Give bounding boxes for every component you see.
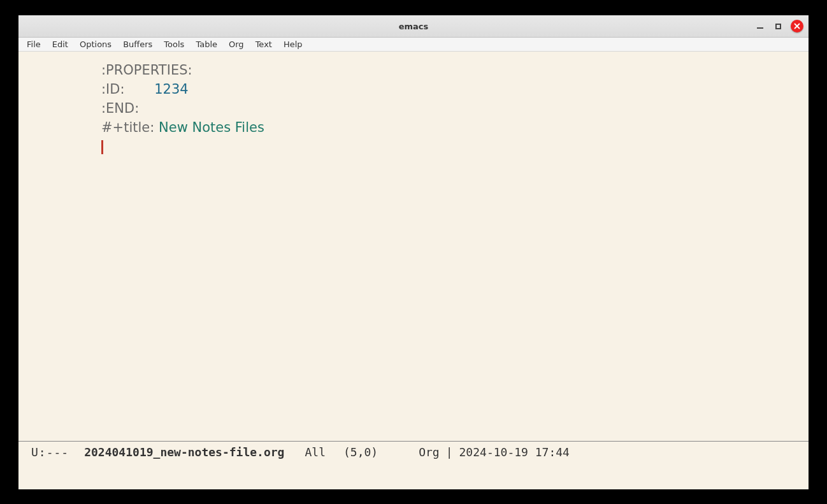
modeline-buffer: 2024041019_new-notes-file.org	[84, 445, 284, 459]
modeline-wrap: U:--- 2024041019_new-notes-file.org All …	[18, 441, 809, 489]
close-button[interactable]	[791, 20, 803, 32]
line-properties-close: :END:	[101, 99, 809, 118]
line-id: :ID: 1234	[101, 80, 809, 99]
maximize-button[interactable]	[773, 21, 783, 31]
property-id-value: 1234	[154, 82, 188, 97]
menu-table[interactable]: Table	[190, 38, 223, 50]
title-value: New Notes Files	[159, 120, 264, 135]
line-cursor	[101, 137, 809, 156]
modeline-separator: |	[446, 445, 453, 459]
menubar: File Edit Options Buffers Tools Table Or…	[18, 38, 809, 52]
modeline-modified: U:---	[31, 445, 69, 459]
drawer-open: :PROPERTIES:	[101, 62, 192, 78]
menu-help[interactable]: Help	[278, 38, 308, 50]
property-id-key: :ID:	[101, 82, 125, 97]
line-properties-open: :PROPERTIES:	[101, 61, 809, 80]
modeline-datetime: 2024-10-19 17:44	[459, 445, 570, 459]
menu-file[interactable]: File	[21, 38, 47, 50]
modeline[interactable]: U:--- 2024041019_new-notes-file.org All …	[18, 441, 809, 459]
drawer-close: :END:	[101, 101, 139, 116]
minimize-button[interactable]	[755, 21, 765, 31]
titlebar-controls	[755, 20, 803, 32]
modeline-row-col: (5,0)	[343, 445, 378, 459]
menu-edit[interactable]: Edit	[47, 38, 74, 50]
maximize-icon	[775, 24, 781, 29]
minimize-icon	[757, 27, 763, 29]
window-title: emacs	[399, 22, 429, 31]
modeline-position: All	[305, 445, 326, 459]
text-cursor	[101, 140, 103, 154]
close-icon	[794, 23, 800, 29]
menu-text[interactable]: Text	[250, 38, 278, 50]
line-title: #+title: New Notes Files	[101, 118, 809, 137]
title-keyword: #+title:	[101, 120, 154, 135]
emacs-window: emacs File Edit Options Buffers Tools Ta…	[18, 15, 809, 489]
menu-tools[interactable]: Tools	[158, 38, 190, 50]
menu-buffers[interactable]: Buffers	[117, 38, 158, 50]
menu-org[interactable]: Org	[223, 38, 250, 50]
menu-options[interactable]: Options	[74, 38, 117, 50]
editor-area[interactable]: :PROPERTIES: :ID: 1234 :END: #+title: Ne…	[18, 52, 809, 441]
titlebar: emacs	[18, 15, 809, 38]
modeline-mode: Org	[419, 445, 440, 459]
